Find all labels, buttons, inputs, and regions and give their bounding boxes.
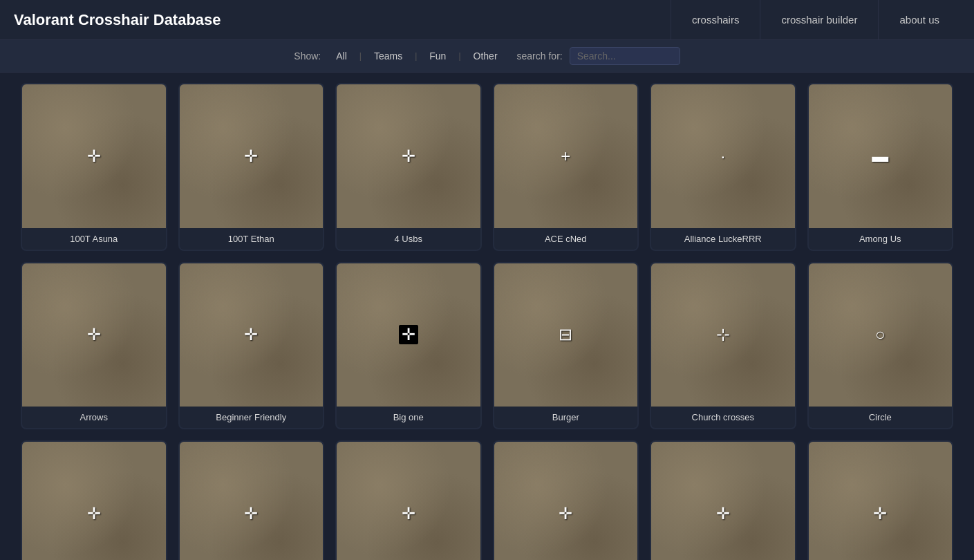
card-label: Arrows (22, 407, 166, 428)
crosshair-symbol: ✛ (244, 505, 258, 522)
card-label: Alliance LuckeRRR (651, 228, 795, 250)
crosshair-card[interactable]: ✛DRX Zest (493, 440, 639, 560)
filter-all[interactable]: All (330, 49, 353, 63)
nav-about[interactable]: about us (878, 0, 960, 39)
crosshair-symbol: + (561, 148, 570, 165)
card-image: ○ (809, 263, 953, 407)
crosshair-symbol: ✛ (402, 148, 415, 165)
crosshair-symbol: ⊟ (559, 326, 572, 343)
crosshair-symbol: ✛ (244, 148, 258, 165)
card-image: ✛ (809, 442, 953, 560)
crosshair-card[interactable]: ○Circle (807, 262, 954, 430)
card-image: ✛ (180, 84, 324, 228)
crosshair-card[interactable]: ·Alliance LuckeRRR (650, 83, 796, 251)
crosshair-card[interactable]: ✛DRX stax (650, 440, 796, 560)
card-label: Circle (809, 407, 953, 428)
crosshair-symbol: ✛ (87, 148, 101, 165)
card-label: Among Us (809, 228, 953, 250)
crosshair-symbol: ✛ (873, 505, 887, 522)
card-image: ✛ (337, 442, 480, 560)
card-image: ✛ (180, 442, 324, 560)
crosshair-card[interactable]: ✛100T Ethan (178, 83, 325, 251)
filter-bar: Show: All | Teams | Fun | Other search f… (0, 40, 974, 73)
nav-builder[interactable]: crosshair builder (760, 0, 878, 39)
site-title: Valorant Crosshair Database (14, 11, 671, 29)
card-image: ⊟ (494, 263, 638, 407)
filter-other[interactable]: Other (468, 49, 503, 63)
crosshair-card[interactable]: ✛DRX BuZz (21, 440, 167, 560)
card-label: 100T Ethan (180, 228, 324, 250)
filter-teams[interactable]: Teams (368, 49, 408, 63)
crosshair-card[interactable]: ✛DRX Rb (335, 440, 482, 560)
crosshair-symbol: ▬ (872, 148, 888, 165)
card-image: ✛ (337, 84, 480, 228)
search-input[interactable] (570, 47, 680, 65)
crosshair-card[interactable]: ⊹Church crosses (650, 262, 796, 430)
crosshair-symbol: ⊹ (716, 326, 730, 343)
crosshair-card[interactable]: ⊟Burger (493, 262, 639, 430)
card-image: ✛ (22, 263, 166, 407)
crosshair-symbol: ✛ (399, 325, 418, 344)
crosshair-card[interactable]: ✛Daisy (807, 440, 954, 560)
filter-fun[interactable]: Fun (424, 49, 451, 63)
crosshair-card[interactable]: ▬Among Us (807, 83, 954, 251)
card-image: ✛ (494, 442, 638, 560)
crosshair-symbol: ✛ (716, 505, 730, 522)
main-nav: crosshairs crosshair builder about us (671, 0, 960, 39)
crosshair-grid: ✛100T Asuna✛100T Ethan✛4 Usbs+ACE cNed·A… (0, 73, 974, 560)
crosshair-symbol: ✛ (402, 505, 415, 522)
card-label: Church crosses (651, 407, 795, 428)
crosshair-card[interactable]: ✛DRX MaKo (178, 440, 325, 560)
search-label: search for: (517, 50, 563, 62)
card-label: Big one (337, 407, 480, 428)
crosshair-card[interactable]: ✛100T Asuna (21, 83, 167, 251)
crosshair-card[interactable]: ✛Beginner Friendly (178, 262, 325, 430)
card-image: ⊹ (651, 263, 795, 407)
nav-crosshairs[interactable]: crosshairs (671, 0, 760, 39)
card-label: 100T Asuna (22, 228, 166, 250)
crosshair-card[interactable]: ✛Arrows (21, 262, 167, 430)
card-label: 4 Usbs (337, 228, 480, 250)
crosshair-card[interactable]: ✛Big one (335, 262, 482, 430)
card-image: ▬ (809, 84, 953, 228)
card-label: Beginner Friendly (180, 407, 324, 428)
card-image: · (651, 84, 795, 228)
crosshair-symbol: ✛ (87, 326, 101, 343)
show-label: Show: (294, 50, 321, 62)
card-image: ✛ (22, 442, 166, 560)
site-header: Valorant Crosshair Database crosshairs c… (0, 0, 974, 40)
card-image: ✛ (22, 84, 166, 228)
card-image: ✛ (651, 442, 795, 560)
crosshair-card[interactable]: ✛4 Usbs (335, 83, 482, 251)
card-image: ✛ (180, 263, 324, 407)
crosshair-symbol: ✛ (559, 505, 572, 522)
crosshair-symbol: ✛ (87, 505, 101, 522)
crosshair-card[interactable]: +ACE cNed (493, 83, 639, 251)
crosshair-symbol: ✛ (244, 326, 258, 343)
card-label: ACE cNed (494, 228, 638, 250)
card-label: Burger (494, 407, 638, 428)
card-image: ✛ (337, 263, 480, 407)
crosshair-symbol: · (720, 148, 725, 165)
card-image: + (494, 84, 638, 228)
crosshair-symbol: ○ (875, 326, 886, 343)
